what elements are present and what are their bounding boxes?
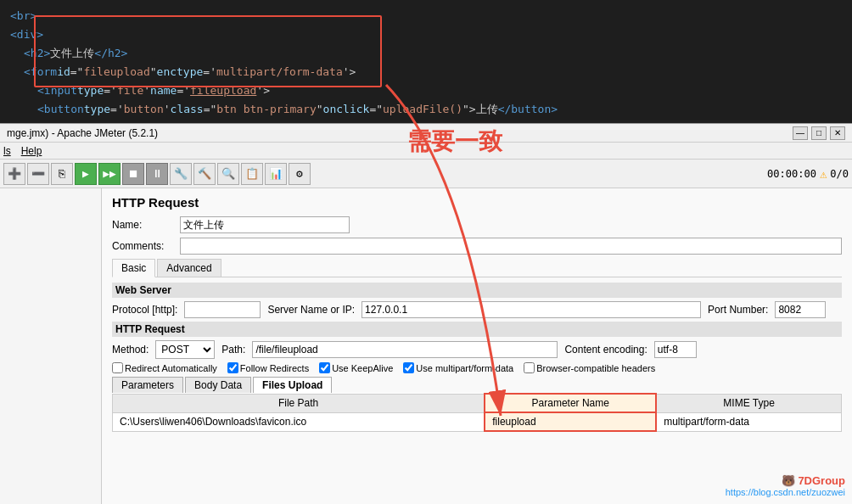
code-val: fileupload (83, 63, 149, 81)
cb-keepalive[interactable] (319, 362, 330, 373)
upload-table-container: File Path Parameter Name MIME Type C:\Us… (112, 393, 842, 432)
checkbox-redirect: Redirect Automatically (112, 362, 217, 373)
left-panel (0, 188, 102, 504)
minimize-button[interactable]: — (793, 126, 808, 140)
time-value: 00:00:00 (767, 168, 816, 180)
http-request-row: Method: POST Path: Content encoding: (112, 340, 842, 359)
cb-browser[interactable] (524, 362, 535, 373)
code-tag: <h2> (24, 44, 50, 63)
http-request-header: HTTP Request (112, 322, 842, 337)
code-line-4: <form id="fileupload" enctype='multipart… (10, 63, 842, 81)
comments-row: Comments: (112, 238, 842, 255)
cb-redirect[interactable] (112, 362, 123, 373)
warning-icon: ⚠ (820, 167, 827, 181)
toolbar-stop-button[interactable]: ⏹ (122, 163, 144, 185)
encoding-input[interactable] (654, 341, 697, 358)
name-row: Name: (112, 216, 842, 233)
cb-follow[interactable] (227, 362, 238, 373)
subtab-parameters[interactable]: Parameters (112, 377, 183, 393)
col-header-filepath: File Path (113, 394, 485, 412)
title-bar-controls[interactable]: — □ ✕ (793, 126, 845, 140)
protocol-input[interactable] (184, 301, 261, 318)
protocol-label: Protocol [http]: (112, 304, 177, 316)
code-line-5: <input type='file' name='fileupload'> (10, 81, 842, 100)
code-line-6: <button type='button' class="btn btn-pri… (10, 100, 842, 119)
checkbox-multipart: Use multipart/form-data (403, 362, 513, 373)
watermark: 🐻 7DGroup https://blog.csdn.net/zuozwei (726, 474, 845, 497)
name-label: Name: (112, 219, 180, 231)
code-line-2: <div> (10, 25, 842, 44)
close-button[interactable]: ✕ (830, 126, 845, 140)
toolbar-icon1[interactable]: 🔧 (170, 163, 192, 185)
cb-multipart[interactable] (403, 362, 414, 373)
title-bar-text: mge.jmx) - Apache JMeter (5.2.1) (7, 127, 158, 139)
col-header-mimetype: MIME Type (656, 394, 841, 412)
watermark-logo: 🐻 7DGroup (726, 474, 845, 487)
code-tag: <div> (10, 25, 43, 44)
toolbar-icon6[interactable]: ⚙ (289, 163, 311, 185)
cell-paramname: fileupload (485, 412, 656, 431)
code-tag: <form (24, 63, 57, 81)
code-text: 文件上传 (50, 44, 94, 63)
code-attr: enctype (157, 63, 204, 81)
main-content: HTTP Request Name: Comments: Basic Advan… (0, 188, 852, 504)
annotation-text: 需要一致 (407, 126, 502, 158)
checkbox-row: Redirect Automatically Follow Redirects … (112, 362, 842, 373)
toolbar-add-button[interactable]: ➕ (3, 163, 25, 185)
menu-item-ls[interactable]: ls (3, 145, 11, 157)
toolbar-time: 00:00:00 ⚠ 0/0 (767, 167, 849, 181)
path-input[interactable] (252, 341, 558, 358)
code-line-3: <h2>文件上传</h2> (10, 44, 842, 63)
method-select[interactable]: POST (155, 340, 215, 359)
watermark-url: https://blog.csdn.net/zuozwei (726, 487, 845, 497)
checkbox-browser: Browser-compatible headers (524, 362, 655, 373)
comments-label: Comments: (112, 240, 180, 252)
toolbar-stop2-button[interactable]: ⏸ (146, 163, 168, 185)
tabs-row: Basic Advanced (112, 259, 842, 277)
toolbar-copy-button[interactable]: ⎘ (51, 163, 73, 185)
toolbar-icon3[interactable]: 🔍 (217, 163, 239, 185)
tab-basic[interactable]: Basic (112, 259, 155, 277)
server-label: Server Name or IP: (267, 304, 355, 316)
toolbar-run-button[interactable]: ▶ (75, 163, 97, 185)
jmeter-window: mge.jmx) - Apache JMeter (5.2.1) — □ ✕ l… (0, 123, 852, 504)
method-label: Method: (112, 344, 149, 356)
cell-mimetype: multipart/form-data (656, 412, 841, 431)
name-input[interactable] (180, 216, 350, 233)
toolbar-icon2[interactable]: 🔨 (193, 163, 216, 185)
count-value: 0/0 (830, 168, 849, 180)
cell-filepath: C:\Users\liwen406\Downloads\favicon.ico (113, 412, 485, 431)
port-label: Port Number: (708, 304, 768, 316)
checkbox-follow: Follow Redirects (227, 362, 309, 373)
panel-title: HTTP Request (112, 195, 842, 210)
port-input[interactable] (775, 301, 826, 318)
subtab-bodydata[interactable]: Body Data (185, 377, 251, 393)
code-editor: <br> <div> <h2>文件上传</h2> <form id="fileu… (0, 0, 852, 123)
table-row: C:\Users\liwen406\Downloads\favicon.ico … (113, 412, 842, 431)
toolbar-remove-button[interactable]: ➖ (27, 163, 49, 185)
web-server-row: Protocol [http]: Server Name or IP: Port… (112, 301, 842, 318)
toolbar-icon5[interactable]: 📊 (265, 163, 287, 185)
code-tag: <input (37, 81, 77, 100)
toolbar-icon4[interactable]: 📋 (241, 163, 263, 185)
code-line-1: <br> (10, 7, 842, 25)
right-panel: HTTP Request Name: Comments: Basic Advan… (102, 188, 852, 504)
upload-table: File Path Parameter Name MIME Type C:\Us… (112, 393, 842, 432)
code-tag: <br> (10, 7, 36, 25)
tab-advanced[interactable]: Advanced (157, 259, 221, 277)
subtab-filesupload[interactable]: Files Upload (253, 377, 332, 393)
comments-input[interactable] (180, 238, 842, 255)
maximize-button[interactable]: □ (811, 126, 827, 140)
server-input[interactable] (362, 301, 701, 318)
path-label: Path: (221, 344, 245, 356)
col-header-paramname: Parameter Name (485, 394, 656, 412)
code-tag: <button (37, 100, 84, 119)
code-tag: </h2> (94, 44, 127, 63)
checkbox-keepalive: Use KeepAlive (319, 362, 393, 373)
toolbar: ➕ ➖ ⎘ ▶ ▶▶ ⏹ ⏸ 🔧 🔨 🔍 📋 📊 ⚙ 00:00:00 ⚠ 0/… (0, 160, 852, 188)
code-attr: id (57, 63, 70, 81)
web-server-header: Web Server (112, 283, 842, 298)
toolbar-run2-button[interactable]: ▶▶ (98, 163, 121, 185)
sub-tabs-row: Parameters Body Data Files Upload (112, 377, 842, 393)
menu-item-help[interactable]: Help (21, 145, 42, 157)
